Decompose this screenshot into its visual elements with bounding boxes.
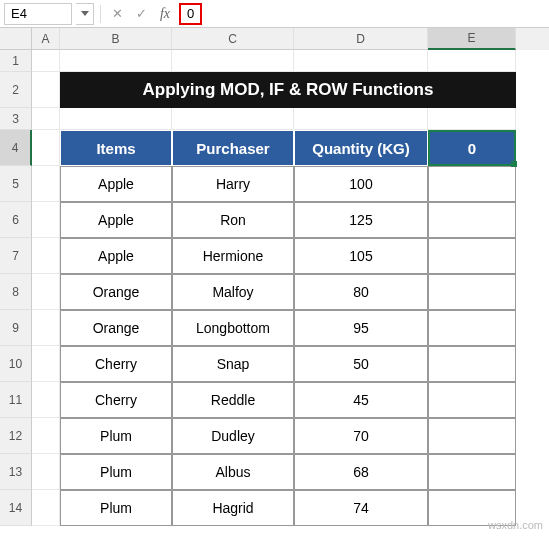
column-headers: A B C D E (32, 28, 549, 50)
table-cell[interactable]: Cherry (60, 382, 172, 418)
row-header-7[interactable]: 7 (0, 238, 32, 274)
separator (100, 5, 101, 23)
table-cell[interactable]: Apple (60, 238, 172, 274)
row-header-8[interactable]: 8 (0, 274, 32, 310)
select-all-corner[interactable] (0, 28, 32, 50)
cell[interactable] (32, 202, 60, 238)
row-header-13[interactable]: 13 (0, 454, 32, 490)
table-cell[interactable]: 80 (294, 274, 428, 310)
table-cell[interactable]: Orange (60, 274, 172, 310)
table-cell[interactable] (428, 418, 516, 454)
formula-bar: E4 ✕ ✓ fx 0 (0, 0, 549, 28)
table-cell[interactable]: Cherry (60, 346, 172, 382)
name-box-dropdown[interactable] (76, 3, 94, 25)
table-cell[interactable] (428, 346, 516, 382)
cell[interactable] (32, 50, 60, 72)
table-cell[interactable]: 95 (294, 310, 428, 346)
col-header-b[interactable]: B (60, 28, 172, 50)
fx-icon[interactable]: fx (155, 3, 175, 25)
row-header-9[interactable]: 9 (0, 310, 32, 346)
title-cell[interactable]: Applying MOD, IF & ROW Functions (60, 72, 516, 108)
table-cell[interactable]: Longbottom (172, 310, 294, 346)
table-cell[interactable]: Apple (60, 166, 172, 202)
cell[interactable] (32, 418, 60, 454)
row-header-10[interactable]: 10 (0, 346, 32, 382)
watermark: wsxdn.com (488, 519, 543, 531)
cell[interactable] (428, 50, 516, 72)
cell[interactable] (428, 108, 516, 130)
table-cell[interactable]: Ron (172, 202, 294, 238)
row-header-1[interactable]: 1 (0, 50, 32, 72)
fill-handle[interactable] (511, 161, 517, 167)
cell[interactable] (32, 382, 60, 418)
cell[interactable] (32, 72, 60, 108)
cancel-icon[interactable]: ✕ (107, 3, 127, 25)
table-cell[interactable]: 50 (294, 346, 428, 382)
cell[interactable] (32, 454, 60, 490)
row-header-14[interactable]: 14 (0, 490, 32, 526)
table-cell[interactable]: 105 (294, 238, 428, 274)
cell[interactable] (172, 108, 294, 130)
table-cell[interactable]: Hagrid (172, 490, 294, 526)
row-header-6[interactable]: 6 (0, 202, 32, 238)
table-cell[interactable]: Hermione (172, 238, 294, 274)
cell[interactable] (294, 50, 428, 72)
cell[interactable] (294, 108, 428, 130)
table-cell[interactable]: Plum (60, 454, 172, 490)
table-cell[interactable]: Albus (172, 454, 294, 490)
formula-input-highlight: 0 (179, 3, 202, 25)
table-cell[interactable] (428, 202, 516, 238)
col-header-c[interactable]: C (172, 28, 294, 50)
cell[interactable] (172, 50, 294, 72)
table-cell[interactable]: Harry (172, 166, 294, 202)
table-cell[interactable] (428, 382, 516, 418)
table-cell[interactable]: Dudley (172, 418, 294, 454)
table-cell[interactable]: 45 (294, 382, 428, 418)
cell[interactable] (32, 238, 60, 274)
table-cell[interactable]: Orange (60, 310, 172, 346)
header-quantity[interactable]: Quantity (KG) (294, 130, 428, 166)
formula-input[interactable]: 0 (187, 6, 194, 21)
table-cell[interactable]: Malfoy (172, 274, 294, 310)
header-purchaser[interactable]: Purchaser (172, 130, 294, 166)
table-cell[interactable] (428, 454, 516, 490)
table-cell[interactable] (428, 274, 516, 310)
header-items[interactable]: Items (60, 130, 172, 166)
table-cell[interactable]: Apple (60, 202, 172, 238)
selected-cell-e4[interactable]: 0 (428, 130, 516, 166)
row-header-4[interactable]: 4 (0, 130, 32, 166)
row-header-12[interactable]: 12 (0, 418, 32, 454)
cell[interactable] (32, 310, 60, 346)
table-cell[interactable]: Plum (60, 490, 172, 526)
row-header-5[interactable]: 5 (0, 166, 32, 202)
table-cell[interactable] (428, 238, 516, 274)
cell[interactable] (60, 108, 172, 130)
table-cell[interactable]: 70 (294, 418, 428, 454)
enter-icon[interactable]: ✓ (131, 3, 151, 25)
row-headers: 1 2 3 4 5 6 7 8 9 10 11 12 13 14 (0, 50, 32, 526)
table-cell[interactable]: 74 (294, 490, 428, 526)
table-cell[interactable] (428, 310, 516, 346)
col-header-d[interactable]: D (294, 28, 428, 50)
row-header-3[interactable]: 3 (0, 108, 32, 130)
table-cell[interactable]: Snap (172, 346, 294, 382)
cell[interactable] (32, 166, 60, 202)
row-header-2[interactable]: 2 (0, 72, 32, 108)
table-cell[interactable]: Reddle (172, 382, 294, 418)
table-cell[interactable]: 68 (294, 454, 428, 490)
table-cell[interactable]: 125 (294, 202, 428, 238)
name-box[interactable]: E4 (4, 3, 72, 25)
cell-value: 0 (468, 140, 476, 157)
cell[interactable] (32, 346, 60, 382)
row-header-11[interactable]: 11 (0, 382, 32, 418)
table-cell[interactable]: 100 (294, 166, 428, 202)
cell[interactable] (32, 108, 60, 130)
cell[interactable] (60, 50, 172, 72)
cell[interactable] (32, 130, 60, 166)
col-header-a[interactable]: A (32, 28, 60, 50)
table-cell[interactable] (428, 166, 516, 202)
col-header-e[interactable]: E (428, 28, 516, 50)
table-cell[interactable]: Plum (60, 418, 172, 454)
cell[interactable] (32, 274, 60, 310)
cell[interactable] (32, 490, 60, 526)
